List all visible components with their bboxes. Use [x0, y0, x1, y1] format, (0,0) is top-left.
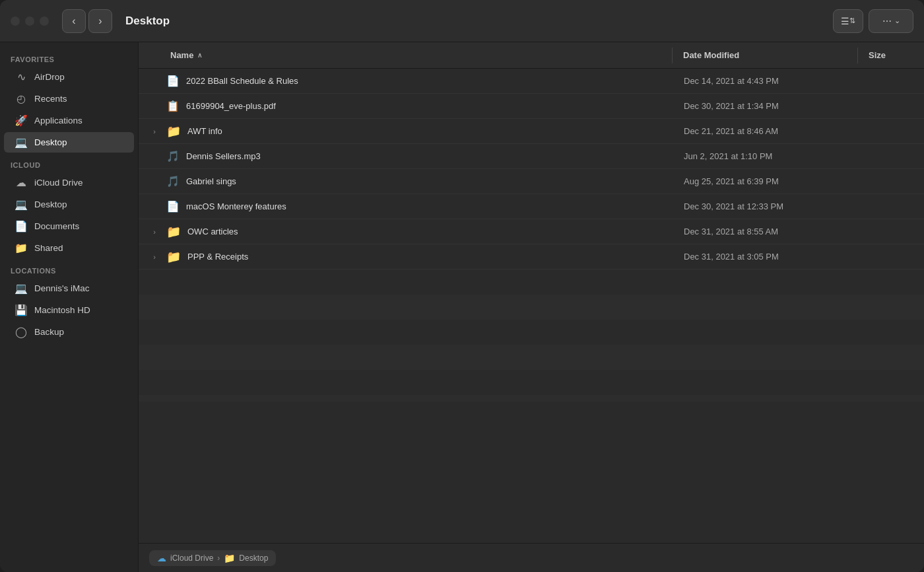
date-column-header[interactable]: Date Modified: [673, 50, 857, 60]
disk-icon: 💾: [15, 304, 28, 316]
sidebar-item-macintosh-hd[interactable]: 💾 Macintosh HD: [4, 300, 134, 320]
icloud-drive-icon: ☁: [15, 176, 28, 189]
file-date-cell: Dec 31, 2021 at 8:55 AM: [673, 227, 858, 236]
applications-icon: 🚀: [15, 114, 28, 127]
sidebar-item-documents[interactable]: 📄 Documents: [4, 216, 134, 236]
chevron-down-icon: ⌄: [894, 17, 900, 25]
favorites-header: Favorites: [0, 48, 138, 66]
file-name-cell: › 📁 OWC articles: [139, 225, 673, 239]
documents-icon: 📄: [15, 220, 28, 232]
sidebar-item-shared[interactable]: 📁 Shared: [4, 238, 134, 258]
row-expand-icon[interactable]: ›: [149, 228, 160, 236]
file-name-label: 61699904_eve-plus.pdf: [186, 101, 276, 111]
file-name-cell: › 📁 AWT info: [139, 124, 673, 139]
table-row[interactable]: › 📁 PPP & Receipts Dec 31, 2021 at 3:05 …: [139, 244, 924, 269]
forward-button[interactable]: ›: [88, 9, 112, 33]
path-separator: ›: [217, 554, 220, 563]
desktop-icon: 💻: [15, 136, 28, 149]
folder-icon: 📁: [166, 250, 181, 264]
imac-icon: 💻: [15, 282, 28, 295]
sidebar-item-desktop[interactable]: 💻 Desktop: [4, 132, 134, 153]
file-name-label: OWC articles: [187, 227, 238, 236]
sidebar-label-documents: Documents: [34, 221, 79, 231]
traffic-lights: [11, 17, 49, 26]
backup-icon: ◯: [15, 326, 28, 338]
file-name-cell: 🎵 Gabriel sings: [139, 175, 673, 188]
shared-icon: 📁: [15, 242, 28, 254]
row-expand-icon[interactable]: ›: [149, 253, 160, 261]
finder-window: ‹ › Desktop ☰ ⇅ ⋯ ⌄ Favorites ∿ AirDrop: [0, 0, 924, 572]
sidebar-label-airdrop: AirDrop: [34, 72, 65, 82]
name-column-header[interactable]: Name ∧: [139, 50, 672, 60]
sidebar-label-shared: Shared: [34, 243, 63, 253]
sidebar-item-applications[interactable]: 🚀 Applications: [4, 110, 134, 131]
size-column-header[interactable]: Size: [858, 50, 924, 60]
airdrop-icon: ∿: [15, 71, 28, 83]
forward-icon: ›: [98, 15, 102, 27]
file-name-cell: › 📁 PPP & Receipts: [139, 250, 673, 264]
table-row[interactable]: 📄 macOS Monterey features Dec 30, 2021 a…: [139, 194, 924, 219]
icloud-header: iCloud: [0, 153, 138, 172]
sidebar-item-dennys-imac[interactable]: 💻 Dennis's iMac: [4, 278, 134, 299]
folder-icon: 📁: [166, 225, 181, 239]
sidebar-label-icloud-drive: iCloud Drive: [34, 178, 83, 188]
column-headers: Name ∧ Date Modified Size: [139, 42, 924, 69]
file-name-cell: 📋 61699904_eve-plus.pdf: [139, 100, 673, 112]
locations-header: Locations: [0, 259, 138, 277]
table-row[interactable]: 🎵 Gabriel sings Aug 25, 2021 at 6:39 PM: [139, 169, 924, 194]
sidebar-label-macintosh-hd: Macintosh HD: [34, 305, 90, 315]
file-name-label: AWT info: [187, 126, 222, 136]
file-date-cell: Dec 21, 2021 at 8:46 AM: [673, 126, 858, 136]
file-list: 📄 2022 BBall Schedule & Rules Dec 14, 20…: [139, 69, 924, 543]
empty-area: [139, 269, 924, 402]
sidebar-item-icloud-desktop[interactable]: 💻 Desktop: [4, 194, 134, 215]
table-row[interactable]: 📄 2022 BBall Schedule & Rules Dec 14, 20…: [139, 69, 924, 94]
sidebar-item-recents[interactable]: ◴ Recents: [4, 89, 134, 109]
recents-icon: ◴: [15, 92, 28, 105]
file-date-cell: Aug 25, 2021 at 6:39 PM: [673, 176, 858, 186]
file-name-label: 2022 BBall Schedule & Rules: [186, 76, 298, 86]
sidebar-label-desktop: Desktop: [34, 137, 67, 147]
main-body: Favorites ∿ AirDrop ◴ Recents 🚀 Applicat…: [0, 42, 924, 572]
file-name-cell: 📄 macOS Monterey features: [139, 200, 673, 213]
row-expand-icon[interactable]: ›: [149, 127, 160, 135]
folder-icon: 📁: [166, 124, 181, 139]
back-icon: ‹: [72, 15, 75, 27]
more-options-button[interactable]: ⋯ ⌄: [869, 9, 913, 33]
path-folder-icon: 📁: [224, 553, 235, 563]
titlebar: ‹ › Desktop ☰ ⇅ ⋯ ⌄: [0, 0, 924, 42]
toolbar-right: ☰ ⇅ ⋯ ⌄: [833, 9, 913, 33]
icloud-desktop-icon: 💻: [15, 198, 28, 211]
close-button[interactable]: [11, 17, 20, 26]
document-icon: 📄: [166, 75, 180, 87]
sidebar-item-icloud-drive[interactable]: ☁ iCloud Drive: [4, 172, 134, 193]
sidebar-item-airdrop[interactable]: ∿ AirDrop: [4, 67, 134, 87]
sidebar-label-applications: Applications: [34, 116, 82, 125]
sidebar-label-backup: Backup: [34, 327, 64, 337]
view-list-button[interactable]: ☰ ⇅: [833, 9, 863, 33]
audio-icon: 🎵: [166, 150, 180, 162]
maximize-button[interactable]: [40, 17, 49, 26]
file-name-label: Dennis Sellers.mp3: [186, 151, 261, 161]
sidebar-label-recents: Recents: [34, 94, 67, 104]
file-name-cell: 📄 2022 BBall Schedule & Rules: [139, 75, 673, 87]
back-button[interactable]: ‹: [62, 9, 86, 33]
file-name-label: PPP & Receipts: [187, 252, 248, 262]
file-date-cell: Dec 30, 2021 at 12:33 PM: [673, 201, 858, 211]
minimize-button[interactable]: [25, 17, 34, 26]
breadcrumb: ☁ iCloud Drive › 📁 Desktop: [149, 550, 276, 566]
sort-arrow-icon: ∧: [197, 52, 202, 59]
file-date-cell: Dec 30, 2021 at 1:34 PM: [673, 101, 858, 111]
file-date-cell: Dec 14, 2021 at 4:43 PM: [673, 76, 858, 86]
audio-icon: 🎵: [166, 175, 180, 188]
window-title: Desktop: [125, 15, 833, 28]
sidebar-item-backup[interactable]: ◯ Backup: [4, 322, 134, 342]
table-row[interactable]: 🎵 Dennis Sellers.mp3 Jun 2, 2021 at 1:10…: [139, 144, 924, 169]
file-date-cell: Dec 31, 2021 at 3:05 PM: [673, 252, 858, 262]
table-row[interactable]: › 📁 AWT info Dec 21, 2021 at 8:46 AM: [139, 119, 924, 144]
pdf-icon: 📋: [166, 100, 180, 112]
file-date-cell: Jun 2, 2021 at 1:10 PM: [673, 151, 858, 161]
table-row[interactable]: › 📁 OWC articles Dec 31, 2021 at 8:55 AM: [139, 219, 924, 244]
sidebar-label-icloud-desktop: Desktop: [34, 199, 67, 209]
table-row[interactable]: 📋 61699904_eve-plus.pdf Dec 30, 2021 at …: [139, 94, 924, 119]
